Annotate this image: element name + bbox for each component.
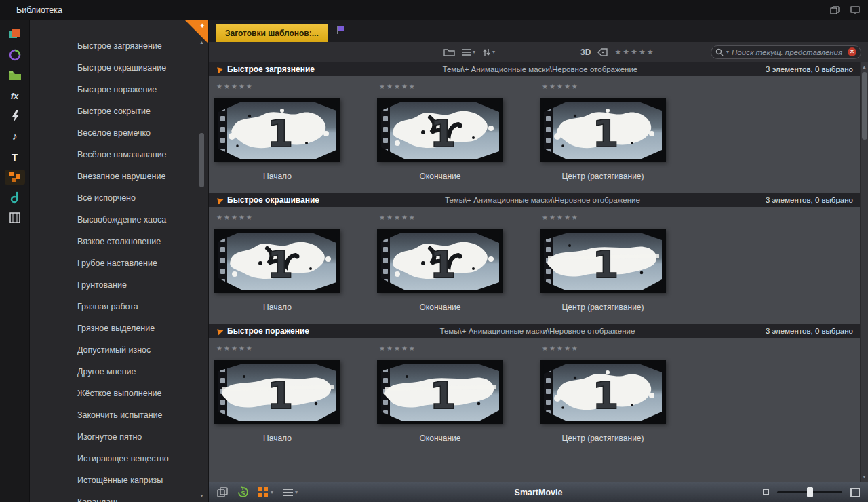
sidebar-item[interactable]: Быстрое загрязнение [30, 35, 208, 57]
rating-stars[interactable]: ★★★★★ [542, 83, 703, 90]
list-view-icon[interactable]: ▾ [283, 488, 298, 496]
rating-stars[interactable]: ★★★★★ [379, 345, 540, 352]
asset-thumbnail[interactable] [377, 360, 503, 424]
smartmovie-button[interactable]: SmartMovie [515, 488, 563, 497]
view-3d-toggle[interactable]: 3D [580, 47, 591, 57]
music-icon[interactable]: ♪ [5, 129, 25, 144]
sort-icon[interactable]: ▾ [482, 48, 495, 56]
collections-folder-icon[interactable] [5, 68, 25, 83]
title-bar: Библиотека [0, 0, 868, 20]
asset-thumbnail[interactable] [540, 98, 666, 162]
group-header[interactable]: Быстрое загрязнение Темы\+ Анимационные … [209, 62, 860, 76]
sidebar-item[interactable]: Вязкое столкновение [30, 231, 208, 252]
chevron-down-icon[interactable]: ▾ [295, 489, 298, 495]
sidebar-item[interactable]: Грязная работа [30, 296, 208, 317]
asset-cell[interactable]: ★★★★★ Окончание [377, 81, 540, 181]
asset-cell[interactable]: ★★★★★ Центр (растягивание) [540, 212, 703, 312]
scroll-down-icon[interactable]: ▼ [861, 474, 868, 480]
scroll-up-icon[interactable]: ▲ [199, 39, 205, 46]
disc-menu-icon[interactable] [5, 190, 25, 205]
sidebar-item[interactable]: Закончить испытание [30, 404, 208, 426]
sidebar-item[interactable]: Грубое наставление [30, 252, 208, 274]
chevron-down-icon[interactable]: ▾ [726, 49, 729, 55]
sidebar-item[interactable]: Другое мнение [30, 361, 208, 383]
asset-cell[interactable]: ★★★★★ Начало [214, 81, 377, 181]
sidebar-item[interactable]: Грунтование [30, 274, 208, 296]
transitions-icon[interactable] [5, 109, 25, 123]
rating-stars[interactable]: ★★★★★ [542, 214, 703, 221]
details-pane-icon[interactable] [217, 487, 228, 497]
sidebar-item[interactable]: Грязное выделение [30, 317, 208, 339]
sidebar-scrollbar[interactable]: ▲ ▼ [199, 39, 205, 499]
tab-template-presets[interactable]: Заготовки шаблонов:... [216, 24, 328, 42]
sidebar-item[interactable]: Высвобождение хаоса [30, 209, 208, 231]
sidebar-item[interactable]: Быстрое сокрытие [30, 100, 208, 122]
rating-stars[interactable]: ★★★★★ [216, 214, 377, 221]
sidebar-item[interactable]: Весёлое времечко [30, 122, 208, 144]
asset-cell[interactable]: ★★★★★ Начало [214, 343, 377, 443]
shop-icon[interactable]: $ [237, 486, 249, 498]
rating-stars[interactable]: ★★★★★ [216, 345, 377, 352]
group-header[interactable]: Быстрое окрашивание Темы\+ Анимационные … [209, 193, 860, 207]
projects-disc-icon[interactable] [5, 47, 25, 62]
sidebar-item[interactable]: Карандаш [30, 491, 208, 502]
sidebar-scroll-thumb[interactable] [199, 133, 204, 187]
scroll-down-icon[interactable]: ▼ [199, 493, 205, 499]
collapse-triangle-icon[interactable] [215, 196, 224, 205]
sidebar-item[interactable]: Весёлое намазывание [30, 144, 208, 166]
asset-cell[interactable]: ★★★★★ Начало [214, 212, 377, 312]
asset-cell[interactable]: ★★★★★ Окончание [377, 343, 540, 443]
restore-window-icon[interactable] [830, 6, 840, 14]
detach-monitor-icon[interactable] [850, 6, 860, 14]
sidebar-item[interactable]: Быстрое окрашивание [30, 57, 208, 79]
zoom-slider[interactable] [777, 491, 842, 493]
titles-icon[interactable]: T [5, 149, 25, 164]
sidebar-item[interactable]: Допустимый износ [30, 339, 208, 361]
rating-stars[interactable]: ★★★★★ [379, 83, 540, 90]
asset-thumbnail[interactable] [540, 360, 666, 424]
sidebar-item[interactable]: Истощённые капризы [30, 469, 208, 491]
scroll-up-icon[interactable]: ▲ [861, 64, 868, 71]
thumbnail-view-icon[interactable]: ▾ [258, 487, 273, 497]
sidebar-item[interactable]: Всё испорчено [30, 187, 208, 209]
zoom-out-icon[interactable] [763, 489, 769, 495]
asset-thumbnail[interactable] [214, 360, 340, 424]
asset-thumbnail[interactable] [214, 229, 340, 293]
asset-thumbnail[interactable] [377, 229, 503, 293]
sidebar-item[interactable]: Жёсткое выполнение [30, 383, 208, 404]
group-header[interactable]: Быстрое поражение Темы\+ Анимационные ма… [209, 324, 860, 338]
rating-filter-stars[interactable]: ★★★★★ [614, 47, 654, 56]
stock-media-icon[interactable] [5, 210, 25, 225]
asset-cell[interactable]: ★★★★★ Центр (растягивание) [540, 343, 703, 443]
tag-icon[interactable] [597, 48, 608, 56]
open-folder-icon[interactable] [443, 47, 455, 56]
sidebar-item[interactable]: Изогнутое пятно [30, 426, 208, 448]
rating-stars[interactable]: ★★★★★ [542, 345, 703, 352]
media-library-icon[interactable] [5, 27, 25, 42]
rating-stars[interactable]: ★★★★★ [379, 214, 540, 221]
zoom-slider-handle[interactable] [807, 487, 813, 497]
collection-flag-icon[interactable] [336, 25, 346, 37]
effects-icon[interactable]: fx [5, 88, 25, 103]
view-options-icon[interactable]: ▾ [462, 48, 475, 56]
zoom-in-icon[interactable] [850, 488, 860, 497]
asset-cell[interactable]: ★★★★★ Окончание [377, 212, 540, 312]
asset-thumbnail[interactable] [377, 98, 503, 162]
rating-stars[interactable]: ★★★★★ [216, 83, 377, 90]
search-box[interactable]: ▾ ✕ [711, 45, 861, 59]
sidebar-item[interactable]: Истирающее вещество [30, 448, 208, 469]
montage-themes-icon[interactable] [5, 170, 25, 185]
search-input[interactable] [732, 48, 845, 56]
sidebar-item[interactable]: Внезапное нарушение [30, 166, 208, 187]
asset-cell[interactable]: ★★★★★ Центр (растягивание) [540, 81, 703, 181]
content-scroll-thumb[interactable] [862, 72, 867, 140]
clear-search-icon[interactable]: ✕ [848, 47, 856, 56]
collapse-triangle-icon[interactable] [215, 65, 224, 74]
collapse-triangle-icon[interactable] [215, 327, 224, 336]
asset-label: Начало [214, 433, 340, 443]
asset-thumbnail[interactable] [540, 229, 666, 293]
sidebar-item[interactable]: Быстрое поражение [30, 79, 208, 100]
chevron-down-icon[interactable]: ▾ [271, 489, 273, 495]
content-scrollbar[interactable]: ▲ ▼ [860, 62, 868, 482]
asset-thumbnail[interactable] [214, 98, 340, 162]
